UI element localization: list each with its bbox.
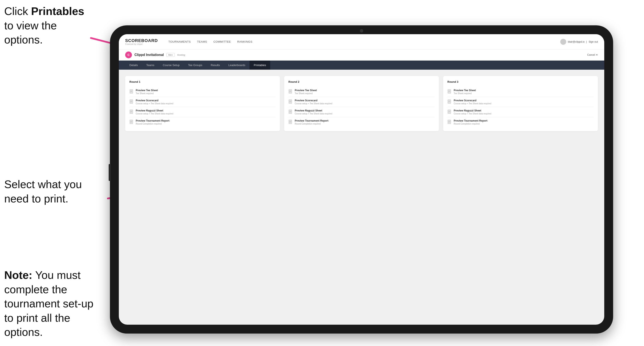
- document-icon-6: [288, 99, 292, 105]
- round-1-tee-sheet-subtitle: Tee Sheet required: [136, 92, 158, 95]
- tournament-name: Clippd Invitational: [134, 53, 164, 57]
- sign-out-link[interactable]: Sign out: [588, 40, 598, 43]
- annotation-top: Click Printables to view the options.: [4, 4, 93, 47]
- tablet-screen: SCOREBOARD Powered by clippd TOURNAMENTS…: [119, 34, 604, 325]
- round-2-raguzzi-text: Preview Raguzzi Sheet Course setup + Tee…: [295, 109, 332, 115]
- user-email: blair@clippd.io: [568, 40, 584, 43]
- round-3-tee-sheet-text: Preview Tee Sheet Tee Sheet required: [454, 89, 476, 95]
- round-3-report-text: Preview Tournament Report Round Completi…: [454, 119, 487, 125]
- round-2-scorecard-subtitle: Course setup + Tee Sheet data required: [295, 102, 332, 105]
- round-3-report-title: Preview Tournament Report: [454, 119, 487, 122]
- round-2-raguzzi-title: Preview Raguzzi Sheet: [295, 109, 332, 112]
- round-2-scorecard-title: Preview Scorecard: [295, 99, 332, 102]
- round-3-tee-sheet[interactable]: Preview Tee Sheet Tee Sheet required: [447, 87, 594, 97]
- tab-teams[interactable]: Teams: [142, 61, 158, 70]
- tablet-camera: [360, 29, 363, 32]
- main-content: Round 1 Preview Tee Sheet Tee: [119, 70, 604, 325]
- round-1-report-title: Preview Tournament Report: [136, 119, 169, 122]
- round-3-report-subtitle: Round Completion required: [454, 123, 487, 125]
- round-1-raguzzi-title: Preview Raguzzi Sheet: [136, 109, 173, 112]
- annotation-middle: Select what you need to print.: [4, 177, 93, 206]
- round-1-section: Round 1 Preview Tee Sheet Tee: [125, 76, 280, 131]
- tab-details[interactable]: Details: [125, 61, 142, 70]
- document-icon-11: [447, 110, 452, 115]
- annotation-bold-printables: Printables: [31, 5, 84, 17]
- round-1-tee-sheet-text: Preview Tee Sheet Tee Sheet required: [136, 89, 158, 95]
- round-3-scorecard[interactable]: Preview Scorecard Course setup + Tee She…: [447, 97, 594, 107]
- round-2-section: Round 2 Preview Tee Sheet Tee: [284, 76, 439, 131]
- cancel-label: Cancel: [587, 53, 595, 56]
- cancel-button[interactable]: Cancel ✕: [587, 53, 598, 56]
- round-1-raguzzi[interactable]: Preview Raguzzi Sheet Course setup + Tee…: [130, 107, 276, 117]
- tab-course-setup[interactable]: Course Setup: [158, 61, 184, 70]
- round-3-tee-sheet-subtitle: Tee Sheet required: [454, 92, 476, 95]
- tablet-device: SCOREBOARD Powered by clippd TOURNAMENTS…: [110, 25, 613, 334]
- cancel-x: ✕: [596, 53, 598, 56]
- document-icon-3: [130, 110, 134, 115]
- top-nav: SCOREBOARD Powered by clippd TOURNAMENTS…: [119, 34, 604, 49]
- logo-title: SCOREBOARD: [125, 38, 158, 43]
- top-nav-links: TOURNAMENTS TEAMS COMMITTEE RANKINGS: [168, 39, 560, 44]
- round-1-report-subtitle: Round Completion required: [136, 123, 169, 125]
- tournament-badge: Men: [166, 53, 175, 57]
- annotation-bottom: Note: You must complete the tournament s…: [4, 268, 102, 340]
- round-2-scorecard[interactable]: Preview Scorecard Course setup + Tee She…: [288, 97, 435, 107]
- round-3-raguzzi-text: Preview Raguzzi Sheet Course setup + Tee…: [454, 109, 491, 115]
- document-icon-12: [447, 120, 452, 125]
- round-1-tee-sheet[interactable]: Preview Tee Sheet Tee Sheet required: [130, 87, 276, 97]
- round-2-scorecard-text: Preview Scorecard Course setup + Tee She…: [295, 99, 332, 105]
- document-icon-7: [288, 110, 292, 115]
- round-1-tee-sheet-title: Preview Tee Sheet: [136, 89, 158, 92]
- document-icon-10: [447, 99, 452, 105]
- document-icon: [130, 89, 134, 94]
- nav-committee[interactable]: COMMITTEE: [213, 39, 231, 44]
- round-2-report-title: Preview Tournament Report: [295, 119, 328, 122]
- document-icon-8: [288, 120, 292, 125]
- logo-area: SCOREBOARD Powered by clippd: [125, 38, 158, 45]
- tournament-logo: C: [125, 51, 132, 58]
- logo-subtitle: Powered by clippd: [125, 43, 158, 45]
- round-3-tee-sheet-title: Preview Tee Sheet: [454, 89, 476, 92]
- tab-results[interactable]: Results: [206, 61, 224, 70]
- round-3-raguzzi-title: Preview Raguzzi Sheet: [454, 109, 491, 112]
- tablet-side-button: [109, 164, 111, 181]
- annotation-top-text: Click Printables to view the options.: [4, 5, 84, 46]
- round-2-report-text: Preview Tournament Report Round Completi…: [295, 119, 328, 125]
- tab-leaderboards[interactable]: Leaderboards: [224, 61, 250, 70]
- round-2-report[interactable]: Preview Tournament Report Round Completi…: [288, 117, 435, 127]
- tab-tee-groups[interactable]: Tee Groups: [184, 61, 206, 70]
- separator: |: [586, 40, 587, 43]
- round-2-raguzzi-subtitle: Course setup + Tee Sheet data required: [295, 113, 332, 115]
- round-3-scorecard-text: Preview Scorecard Course setup + Tee She…: [454, 99, 491, 105]
- round-1-report[interactable]: Preview Tournament Report Round Completi…: [130, 117, 276, 127]
- nav-tournaments[interactable]: TOURNAMENTS: [168, 39, 191, 44]
- round-3-scorecard-title: Preview Scorecard: [454, 99, 491, 102]
- tab-printables[interactable]: Printables: [250, 61, 270, 70]
- document-icon-9: [447, 89, 452, 94]
- round-3-raguzzi[interactable]: Preview Raguzzi Sheet Course setup + Tee…: [447, 107, 594, 117]
- round-3-scorecard-subtitle: Course setup + Tee Sheet data required: [454, 102, 491, 105]
- round-1-scorecard-subtitle: Course setup + Tee Sheet data required: [136, 102, 173, 105]
- tournament-header: C Clippd Invitational Men Hosting Cancel…: [119, 49, 604, 61]
- round-1-scorecard-text: Preview Scorecard Course setup + Tee She…: [136, 99, 173, 105]
- document-icon-5: [288, 89, 292, 94]
- round-3-report[interactable]: Preview Tournament Report Round Completi…: [447, 117, 594, 127]
- annotation-note-bold: Note:: [4, 269, 32, 281]
- round-2-tee-sheet-title: Preview Tee Sheet: [295, 89, 317, 92]
- user-avatar: [560, 39, 566, 45]
- rounds-grid: Round 1 Preview Tee Sheet Tee: [125, 76, 598, 131]
- round-1-scorecard-title: Preview Scorecard: [136, 99, 173, 102]
- round-1-scorecard[interactable]: Preview Scorecard Course setup + Tee She…: [130, 97, 276, 107]
- top-nav-right: blair@clippd.io | Sign out: [560, 39, 598, 45]
- round-2-tee-sheet[interactable]: Preview Tee Sheet Tee Sheet required: [288, 87, 435, 97]
- round-2-report-subtitle: Round Completion required: [295, 123, 328, 125]
- round-2-raguzzi[interactable]: Preview Raguzzi Sheet Course setup + Tee…: [288, 107, 435, 117]
- round-2-tee-sheet-subtitle: Tee Sheet required: [295, 92, 317, 95]
- document-icon-2: [130, 99, 134, 105]
- nav-rankings[interactable]: RANKINGS: [237, 39, 252, 44]
- nav-teams[interactable]: TEAMS: [197, 39, 207, 44]
- app-container: SCOREBOARD Powered by clippd TOURNAMENTS…: [119, 34, 604, 325]
- round-3-section: Round 3 Preview Tee Sheet Tee: [443, 76, 598, 131]
- sub-nav: Details Teams Course Setup Tee Groups Re…: [119, 61, 604, 70]
- annotation-middle-text: Select what you need to print.: [4, 178, 82, 205]
